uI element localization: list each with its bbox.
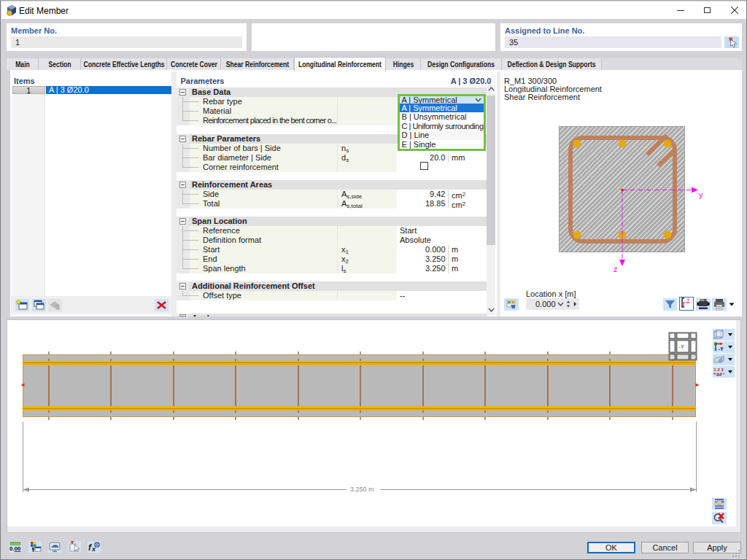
svg-text:z: z	[614, 265, 618, 273]
svg-text:-Y: -Y	[719, 346, 724, 351]
svg-text:-Y: -Y	[679, 343, 685, 350]
svg-text:y: y	[699, 190, 703, 199]
svg-text:100: 100	[700, 299, 704, 302]
svg-text:1 2 3: 1 2 3	[714, 368, 724, 372]
svg-text:0.00: 0.00	[9, 545, 21, 552]
